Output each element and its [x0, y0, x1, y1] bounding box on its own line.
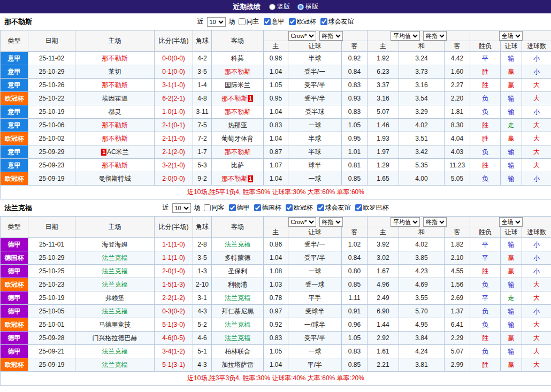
away-team-name[interactable]: 法兰克福 [225, 294, 250, 302]
score-cell[interactable]: 2-2(1-2) [155, 291, 193, 305]
home-team-name[interactable]: 那不勒斯 [102, 55, 128, 62]
filter-checkbox[interactable] [286, 204, 293, 211]
filter-checkbox[interactable] [204, 204, 211, 211]
score-cell[interactable]: 5-1(3-1) [155, 358, 193, 372]
games-count-select[interactable]: 10 [207, 17, 226, 27]
filter-checkbox-item[interactable]: 欧罗巴杯 [355, 203, 389, 212]
filter-checkbox-item[interactable]: 同主 [239, 17, 259, 26]
score-cell[interactable]: 0-3(0-2) [155, 305, 193, 318]
score-cell[interactable]: 2-1(2-0) [155, 145, 193, 159]
score-cell[interactable]: 0-1(0-0) [155, 65, 193, 79]
odds-kind-select[interactable]: 终指 [319, 31, 343, 41]
home-team-name[interactable]: 马德里竞技 [99, 321, 131, 328]
score-cell[interactable]: 3-2(1-0) [155, 159, 193, 172]
score-cell[interactable]: 1-5(1-3) [155, 278, 193, 291]
away-team-name[interactable]: 那不勒斯 [225, 68, 250, 75]
home-team-name[interactable]: 曼彻斯特城 [99, 175, 131, 182]
score-cell[interactable]: 0-0(0-0) [155, 52, 193, 65]
odds-kind-select[interactable]: 终指 [319, 217, 343, 227]
games-count-select[interactable]: 10 [172, 203, 191, 213]
filter-checkbox[interactable] [355, 204, 362, 211]
home-team-name[interactable]: 都灵 [109, 108, 121, 116]
filter-checkbox[interactable] [317, 204, 324, 211]
away-team-name[interactable]: 多特蒙德 [225, 254, 250, 262]
home-team-name[interactable]: 莱切 [109, 68, 121, 75]
score-cell[interactable]: 2-0(0-0) [155, 172, 193, 186]
score-cell[interactable]: 1-1(1-0) [155, 238, 193, 251]
score-cell[interactable]: 2-0(1-0) [155, 265, 193, 278]
filter-checkbox-item[interactable]: 德国杯 [254, 203, 281, 212]
avg-kind-select[interactable]: 终指 [423, 31, 447, 41]
score-cell[interactable]: 6-2(2-1) [155, 92, 193, 105]
filter-checkbox[interactable] [239, 18, 246, 25]
score-cell[interactable]: 5-1(3-0) [155, 318, 193, 332]
home-team-name[interactable]: 法兰克福 [102, 281, 128, 288]
home-team-name[interactable]: 那不勒斯 [102, 81, 128, 89]
filter-checkbox-item[interactable]: 德甲 [229, 203, 250, 212]
away-team-name[interactable]: 法兰克福 [225, 321, 250, 328]
filter-checkbox[interactable] [264, 18, 271, 25]
scope-select[interactable]: 全场 [499, 217, 523, 227]
filter-checkbox-item[interactable]: 欧冠杯 [289, 17, 316, 26]
filter-checkbox-item[interactable]: 同客 [204, 203, 225, 212]
filter-checkbox[interactable] [229, 204, 236, 211]
away-team-name[interactable]: 加拉塔萨雷 [221, 361, 254, 368]
odds-source-select[interactable]: Crow* [288, 31, 316, 41]
away-team-name[interactable]: 热那亚 [228, 121, 247, 129]
away-team-name[interactable]: 法兰克福 [225, 334, 250, 342]
score-cell[interactable]: 3-4(1-2) [155, 345, 193, 358]
score-cell[interactable]: 3-1(1-0) [155, 79, 193, 92]
layout-radio-0[interactable]: 竖版 [269, 2, 290, 11]
home-team-name[interactable]: 海登海姆 [102, 241, 128, 248]
score-cell[interactable]: 1-0(1-0) [155, 105, 193, 119]
away-team-name[interactable]: 柏林联合 [225, 348, 250, 355]
avg-source-select[interactable]: 平均值 [391, 217, 420, 227]
home-team-name[interactable]: 埃因霍温 [102, 95, 128, 102]
avg-draw-cell: 4.02 [399, 238, 445, 251]
home-team-name[interactable]: 弗赖堡 [105, 294, 125, 302]
result-cell: 胜 [470, 79, 501, 92]
layout-radio-1[interactable]: 横版 [297, 2, 318, 11]
header-odds-home: 主 [264, 41, 288, 52]
home-team-name[interactable]: 法兰克福 [102, 361, 128, 368]
layout-radio-input[interactable] [297, 4, 304, 10]
home-team-name[interactable]: AC米兰 [107, 148, 129, 156]
away-team-name[interactable]: 那不勒斯 [221, 175, 247, 182]
away-team-name[interactable]: 国际米兰 [225, 81, 250, 89]
score-cell[interactable]: 4-6(0-5) [155, 332, 193, 345]
away-team-name[interactable]: 拜仁慕尼黑 [221, 308, 254, 315]
avg-source-select[interactable]: 平均值 [391, 31, 420, 41]
home-team-name[interactable]: 法兰克福 [102, 267, 128, 275]
home-team-name[interactable]: 法兰克福 [102, 254, 128, 262]
odds-source-select[interactable]: Crow* [288, 217, 316, 227]
away-team-name[interactable]: 比萨 [231, 162, 244, 169]
avg-kind-select[interactable]: 终指 [423, 217, 447, 227]
home-team-name[interactable]: 法兰克福 [102, 348, 128, 355]
home-team-name[interactable]: 那不勒斯 [102, 121, 128, 129]
away-team-name[interactable]: 那不勒斯 [225, 148, 250, 156]
filter-checkbox[interactable] [254, 204, 261, 211]
filter-checkbox-item[interactable]: 意甲 [264, 17, 285, 26]
home-team-name[interactable]: 门兴格拉德巴赫 [93, 334, 137, 342]
home-team-name[interactable]: 那不勒斯 [102, 135, 128, 142]
away-team-name[interactable]: 利物浦 [228, 281, 247, 288]
away-team-name[interactable]: 圣保利 [228, 267, 247, 275]
away-odds-cell: 0.83 [342, 79, 368, 92]
away-team-name[interactable]: 那不勒斯 [225, 108, 250, 116]
away-team-name[interactable]: 法兰克福 [225, 241, 250, 248]
home-team-name[interactable]: 法兰克福 [102, 308, 128, 315]
filter-checkbox[interactable] [289, 18, 296, 25]
scope-select[interactable]: 全场 [499, 31, 523, 41]
score-cell[interactable]: 2-1(0-1) [155, 119, 193, 132]
away-team-name[interactable]: 葡萄牙体育 [221, 135, 254, 142]
filter-checkbox-item[interactable]: 球会友谊 [320, 17, 354, 26]
filter-checkbox-item[interactable]: 欧冠杯 [286, 203, 313, 212]
score-cell[interactable]: 2-1(1-0) [155, 132, 193, 145]
layout-radio-input[interactable] [269, 4, 276, 10]
away-team-name[interactable]: 那不勒斯 [221, 95, 247, 102]
filter-checkbox[interactable] [320, 18, 327, 25]
away-team-name[interactable]: 科莫 [231, 55, 244, 62]
filter-checkbox-item[interactable]: 球会友谊 [317, 203, 351, 212]
score-cell[interactable]: 1-1(1-0) [155, 251, 193, 265]
home-team-name[interactable]: 那不勒斯 [102, 162, 128, 169]
